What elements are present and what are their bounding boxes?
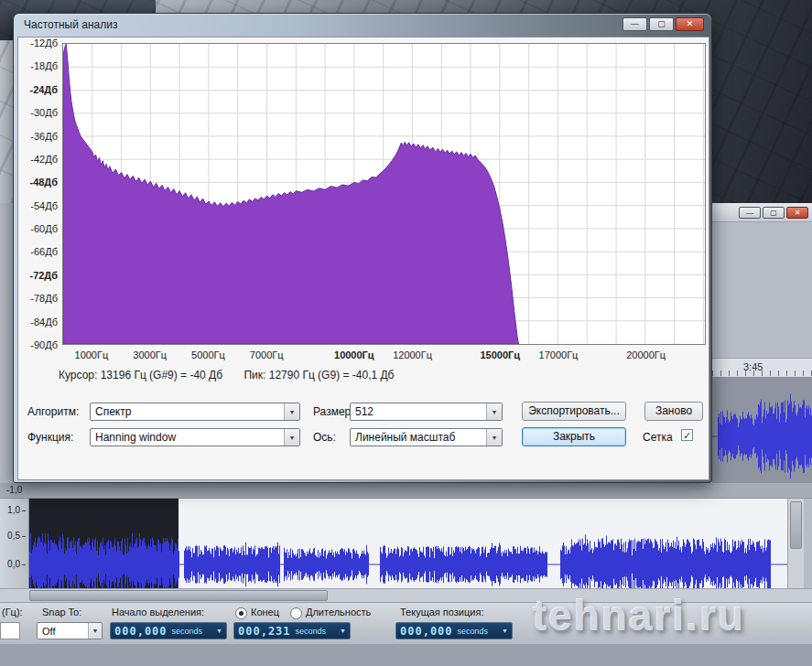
time-units: seconds (458, 627, 489, 636)
maximize-icon[interactable]: ▢ (763, 207, 785, 219)
size-label: Размер: (313, 405, 354, 418)
cursor-info: Курсор: 13196 Гц (G#9) = -40 Дб (59, 369, 222, 381)
y-axis-tick-label: -72Дб (29, 270, 58, 281)
close-icon[interactable]: ✕ (676, 17, 704, 31)
background-window-caption: — ▢ ✕ (712, 204, 812, 222)
timeline-ruler[interactable]: 3:45 (712, 358, 812, 378)
x-axis-tick-label: 3000Гц (133, 349, 167, 360)
chevron-down-icon: ▼ (284, 403, 299, 420)
timeline-label: 3:45 (743, 361, 763, 372)
axis-label: Ось: (313, 431, 336, 444)
scrollbar-thumb[interactable] (790, 501, 802, 549)
current-position-label: Текущая позиция: (400, 607, 483, 618)
y-axis-tick-label: -90Дб (30, 339, 58, 350)
time-units: seconds (296, 627, 327, 636)
size-select[interactable]: 512 ▼ (350, 403, 503, 421)
y-axis-tick-label: -48Дб (29, 177, 58, 188)
grid-checkbox-label: Сетка (643, 431, 673, 444)
time-value: 000,000 (114, 625, 168, 638)
close-icon[interactable]: ✕ (786, 207, 808, 219)
waveform-area[interactable] (29, 499, 787, 588)
ruler-label: -1,0 (6, 485, 22, 495)
x-axis-tick-label: 12000Гц (393, 349, 432, 360)
ruler-tick-label: 1,0 (7, 505, 26, 515)
y-axis-tick-label: -30Дб (30, 107, 58, 118)
size-value: 512 (355, 405, 374, 418)
background-window-right: — ▢ ✕ 3:45 (712, 203, 812, 494)
snap-to-select[interactable]: Off ▼ (37, 622, 103, 639)
audio-track-right[interactable] (712, 378, 812, 495)
window-caption-buttons: — ▢ ✕ (623, 17, 704, 31)
desktop: — ▢ ✕ 3:45 -1,0 1,00,50,0 (Гц): Snap To:… (0, 0, 812, 666)
algorithm-select[interactable]: Спектр ▼ (90, 403, 300, 421)
window-title: Частотный анализ (24, 18, 117, 31)
y-axis-tick-label: -12Дб (30, 38, 58, 48)
y-axis-labels: -12Дб-18Дб-24Дб-30Дб-36Дб-42Дб-48Дб-54Дб… (18, 43, 60, 347)
y-axis-tick-label: -66Дб (30, 246, 58, 257)
y-axis-tick-label: -18Дб (30, 60, 58, 71)
close-button[interactable]: Закрыть (522, 427, 626, 446)
axis-value: Линейный масштаб (355, 431, 455, 444)
algorithm-value: Спектр (95, 405, 131, 418)
chevron-down-icon: ▼ (284, 429, 299, 446)
chevron-down-icon: ▼ (216, 628, 222, 634)
time-value: 000,000 (400, 625, 453, 638)
x-axis-labels: 1000Гц3000Гц5000Гц7000Гц10000Гц12000Гц15… (62, 349, 706, 363)
grid-checkbox[interactable]: ✓ (681, 429, 693, 441)
spectrum-plot[interactable] (62, 43, 706, 345)
track-gap-band: -1,0 (0, 483, 812, 499)
axis-select[interactable]: Линейный масштаб ▼ (350, 428, 503, 446)
y-axis-tick-label: -24Дб (29, 84, 58, 95)
function-label: Функция: (27, 431, 73, 444)
ruler-tick-label: 0,0 (7, 559, 26, 569)
snap-to-label: Snap To: (42, 607, 81, 618)
selection-start-label: Начало выделения: (112, 607, 204, 618)
time-units: seconds (172, 627, 203, 636)
chevron-down-icon: ▼ (502, 628, 508, 634)
selection-end-field[interactable]: 000,231 seconds ▼ (233, 622, 351, 639)
radio-length[interactable] (290, 607, 302, 619)
minimize-icon[interactable]: — (623, 17, 647, 31)
project-rate-label: (Гц): (2, 607, 23, 618)
y-axis-tick-label: -60Дб (30, 223, 58, 234)
selection-start-field[interactable]: 000,000 seconds ▼ (110, 622, 227, 639)
waveform (712, 378, 812, 495)
radio-length-label: Длительность (306, 607, 371, 618)
current-position-field[interactable]: 000,000 seconds ▼ (395, 622, 513, 639)
time-value: 000,231 (238, 625, 291, 638)
scrollbar-thumb[interactable] (29, 590, 328, 601)
maximize-icon[interactable]: ▢ (649, 17, 674, 31)
chevron-down-icon: ▼ (340, 628, 346, 634)
y-axis-tick-label: -78Дб (30, 293, 58, 304)
vertical-scrollbar[interactable] (787, 499, 804, 588)
function-value: Hanning window (95, 431, 176, 444)
radio-end[interactable] (235, 607, 247, 619)
x-axis-tick-label: 20000Гц (626, 349, 666, 360)
waveform (29, 499, 787, 588)
peak-info: Пик: 12790 Гц (G9) = -40,1 Дб (244, 369, 394, 381)
background-window-left-sliver (0, 203, 13, 496)
export-button[interactable]: Экспортировать... (522, 402, 626, 421)
project-rate-combo-partial[interactable] (0, 622, 20, 639)
audio-track-main: 1,00,50,0 (0, 499, 812, 588)
waveform-samples (719, 393, 812, 478)
frequency-analysis-dialog: Частотный анализ — ▢ ✕ -12Дб-18Дб-24Дб-3… (13, 13, 712, 483)
x-axis-tick-label: 15000Гц (480, 349, 520, 360)
redraw-button[interactable]: Заново (644, 402, 703, 421)
minimize-icon[interactable]: — (739, 207, 761, 219)
x-axis-tick-label: 5000Гц (191, 349, 225, 360)
x-axis-tick-label: 17000Гц (539, 349, 579, 360)
y-axis-tick-label: -36Дб (30, 131, 58, 142)
x-axis-tick-label: 7000Гц (250, 349, 284, 360)
spectrum-chart (63, 44, 705, 344)
algorithm-label: Алгоритм: (27, 405, 79, 418)
y-axis-tick-label: -54Дб (30, 200, 58, 211)
x-axis-tick-label: 10000Гц (334, 349, 374, 360)
chevron-down-icon: ▼ (88, 623, 102, 639)
bottom-strip (0, 644, 812, 666)
function-select[interactable]: Hanning window ▼ (90, 428, 300, 446)
chevron-down-icon: ▼ (486, 429, 502, 446)
y-axis-tick-label: -42Дб (30, 154, 58, 165)
ruler-tick-label: 0,5 (7, 531, 26, 541)
radio-end-label: Конец (251, 607, 279, 618)
